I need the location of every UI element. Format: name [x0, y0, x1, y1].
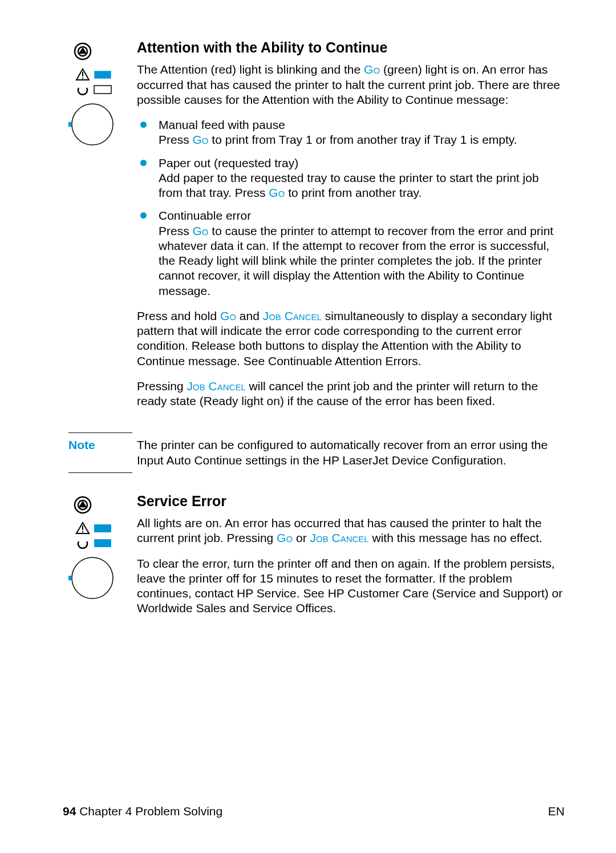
section-attention: Attention with the Ability to Continue T…	[68, 39, 565, 419]
text: Press and hold	[137, 309, 220, 322]
heading-service-error: Service Error	[137, 492, 565, 510]
footer-left: 94 Chapter 4 Problem Solving	[63, 804, 222, 819]
page-body: Attention with the Ability to Continue T…	[0, 0, 616, 853]
item-title: Continuable error	[159, 209, 251, 222]
text: Press	[159, 133, 193, 146]
go-keyword: Go	[364, 63, 380, 76]
status-panel-icon	[68, 39, 128, 153]
svg-rect-6	[94, 71, 111, 79]
note-body: The printer can be configured to automat…	[137, 438, 565, 468]
gutter-service	[68, 492, 137, 607]
text: or	[293, 531, 310, 544]
status-panel-icon	[68, 492, 128, 607]
svg-marker-13	[80, 502, 86, 507]
text: to cause the printer to attempt to recov…	[159, 224, 553, 297]
text: to print from Tray 1 or from another tra…	[209, 133, 517, 146]
go-keyword: Go	[277, 531, 293, 544]
service-para1: All lights are on. An error has occurred…	[137, 516, 565, 546]
go-keyword: Go	[193, 133, 209, 146]
page-number: 94	[63, 805, 76, 818]
chapter-label: Chapter 4 Problem Solving	[76, 805, 222, 818]
go-keyword: Go	[220, 309, 236, 322]
note-label: Note	[68, 438, 95, 451]
section-service-body: Service Error All lights are on. An erro…	[137, 492, 565, 626]
list-item: Paper out (requested tray) Add paper to …	[159, 156, 565, 201]
attention-para2: Press and hold Go and Job Cancel simulta…	[137, 309, 565, 369]
job-cancel-keyword: Job Cancel	[187, 379, 246, 393]
text: Press	[159, 224, 193, 237]
item-title: Paper out (requested tray)	[159, 156, 298, 169]
note-divider-bottom	[68, 472, 132, 473]
svg-point-19	[72, 557, 113, 599]
content-column: Attention with the Ability to Continue T…	[68, 39, 565, 640]
heading-attention: Attention with the Ability to Continue	[137, 39, 565, 56]
svg-point-5	[82, 78, 83, 79]
attention-para3: Pressing Job Cancel will cancel the prin…	[137, 379, 565, 409]
svg-rect-18	[94, 539, 111, 547]
note-label-wrap: Note	[68, 438, 137, 452]
go-keyword: Go	[193, 224, 209, 237]
note-divider-top	[68, 432, 132, 433]
section-attention-body: Attention with the Ability to Continue T…	[137, 39, 565, 419]
attention-intro: The Attention (red) light is blinking an…	[137, 62, 565, 107]
footer-right: EN	[548, 804, 565, 819]
text: Pressing	[137, 379, 187, 393]
item-title: Manual feed with pause	[159, 118, 285, 131]
gutter-attention	[68, 39, 137, 153]
svg-rect-8	[94, 86, 111, 94]
svg-marker-2	[80, 48, 86, 53]
list-item: Manual feed with pause Press Go to print…	[159, 118, 565, 148]
svg-point-9	[72, 104, 113, 145]
note-row: Note The printer can be configured to au…	[68, 438, 565, 468]
section-service-error: Service Error All lights are on. An erro…	[68, 492, 565, 626]
cause-list: Manual feed with pause Press Go to print…	[137, 118, 565, 298]
text: The Attention (red) light is blinking an…	[137, 63, 364, 76]
job-cancel-keyword: Job Cancel	[263, 309, 322, 322]
service-para2: To clear the error, turn the printer off…	[137, 556, 565, 616]
text: and	[236, 309, 263, 322]
list-item: Continuable error Press Go to cause the …	[159, 208, 565, 298]
go-keyword: Go	[269, 186, 285, 199]
text: to print from another tray.	[285, 186, 422, 199]
text: with this message has no effect.	[369, 531, 542, 544]
job-cancel-keyword: Job Cancel	[310, 531, 368, 544]
svg-point-16	[82, 531, 83, 532]
svg-rect-17	[94, 524, 111, 532]
page-footer: 94 Chapter 4 Problem Solving EN	[63, 804, 565, 819]
